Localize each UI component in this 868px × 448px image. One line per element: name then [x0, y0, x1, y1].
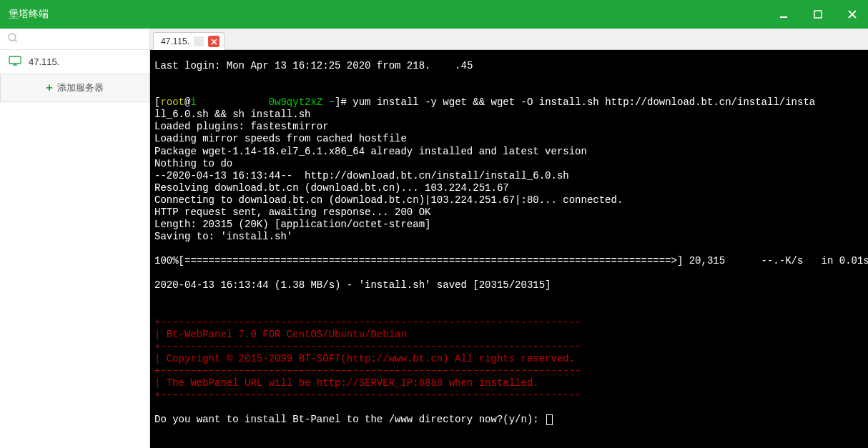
term-sep: +---------------------------------------… [154, 341, 581, 352]
main-area: 47.115. Last login: Mon Apr 13 16:12:25 … [150, 29, 868, 448]
add-server-label: 添加服务器 [57, 81, 104, 94]
term-banner: | The WebPanel URL will be http://SERVER… [154, 377, 539, 389]
terminal-output[interactable]: Last login: Mon Apr 13 16:12:25 2020 fro… [150, 50, 868, 448]
term-prompt-line: [root@i 0w9qyt2xZ ~]# yum install -y wge… [154, 96, 815, 108]
cursor-icon [546, 414, 553, 425]
server-ip-label: 47.115. [29, 56, 59, 67]
term-line: Saving to: 'install.sh' [154, 231, 292, 242]
term-sep: +---------------------------------------… [154, 365, 581, 377]
tab-label: 47.115. [161, 36, 189, 46]
term-line: Length: 20315 (20K) [application/octet-s… [154, 219, 430, 230]
close-icon [848, 10, 857, 19]
svg-point-4 [9, 34, 16, 41]
term-line: Last login: Mon Apr 13 16:12:25 2020 fro… [154, 60, 473, 71]
search-icon [7, 32, 19, 46]
maximize-icon [814, 10, 822, 19]
sidebar-server-item[interactable]: 47.115. [0, 50, 149, 74]
term-progress: 100%[===================================… [154, 255, 868, 267]
sidebar: 47.115. + 添加服务器 [0, 29, 150, 448]
close-button[interactable] [845, 7, 859, 21]
term-line: Loaded plugins: fastestmirror [154, 121, 329, 132]
tab-favicon [194, 36, 204, 46]
term-line: Loading mirror speeds from cached hostfi… [154, 133, 407, 144]
term-line: Package wget-1.14-18.el7_6.1.x86_64 alre… [154, 146, 587, 157]
term-banner: | Copyright © 2015-2099 BT-SOFT(http://w… [154, 353, 575, 364]
minimize-icon [779, 9, 789, 19]
close-icon [211, 39, 217, 45]
maximize-button[interactable] [811, 7, 825, 21]
term-line: Connecting to download.bt.cn (download.b… [154, 194, 623, 206]
term-prompt-question: Do you want to install Bt-Panel to the /… [154, 414, 553, 425]
content-area: 47.115. + 添加服务器 47.115. Last login: Mon … [0, 29, 868, 448]
term-line: Resolving download.bt.cn (download.bt.cn… [154, 182, 509, 194]
term-sep: +---------------------------------------… [154, 389, 581, 401]
minimize-button[interactable] [776, 7, 791, 21]
titlebar: 堡塔终端 [0, 0, 868, 29]
tab-server[interactable]: 47.115. [153, 32, 225, 50]
svg-line-5 [15, 40, 17, 42]
plus-icon: + [46, 81, 52, 94]
monitor-icon [9, 56, 21, 68]
tab-close-button[interactable] [208, 36, 220, 47]
term-line: --2020-04-13 16:13:44-- http://download.… [154, 170, 569, 181]
add-server-button[interactable]: + 添加服务器 [0, 74, 149, 102]
term-line: 2020-04-13 16:13:44 (1.38 MB/s) - 'insta… [154, 279, 551, 291]
term-sep: +---------------------------------------… [154, 317, 581, 328]
search-input[interactable] [19, 34, 144, 44]
term-line: HTTP request sent, awaiting response... … [154, 206, 430, 218]
term-banner: | Bt-WebPanel 7.0 FOR CentOS/Ubuntu/Debi… [154, 329, 407, 340]
term-line: ll_6.0.sh && sh install.sh [154, 109, 310, 120]
search-row [0, 29, 149, 50]
svg-rect-6 [9, 56, 21, 64]
window-title: 堡塔终端 [9, 8, 49, 21]
term-line: Nothing to do [154, 158, 232, 169]
window-controls [776, 7, 859, 21]
svg-rect-1 [814, 11, 822, 18]
tab-bar: 47.115. [150, 29, 868, 50]
